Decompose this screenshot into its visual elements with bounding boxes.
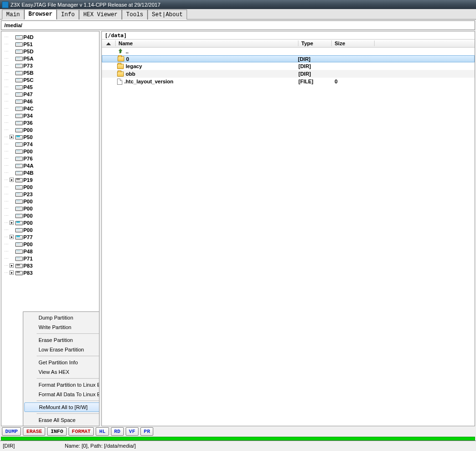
drive-icon bbox=[15, 227, 22, 232]
vf-button[interactable]: VF bbox=[126, 427, 139, 436]
menu-item[interactable]: Get Partition Info bbox=[24, 358, 99, 367]
tree-item[interactable]: ⋯P5B bbox=[1, 69, 99, 76]
expand-icon[interactable]: ▸ bbox=[10, 263, 14, 268]
menu-item[interactable]: Low Level Erase All Space bbox=[24, 425, 99, 426]
tree-item[interactable]: ⋯P00 bbox=[1, 198, 99, 205]
erase-button[interactable]: ERASE bbox=[23, 427, 45, 436]
tree-item[interactable]: ⋯P00 bbox=[1, 212, 99, 219]
file-name: obb bbox=[126, 71, 135, 77]
expand-icon[interactable]: ▸ bbox=[10, 271, 14, 275]
tree-label: P34 bbox=[23, 113, 33, 119]
drive-icon bbox=[15, 177, 22, 182]
drive-icon bbox=[15, 141, 22, 147]
tree-item[interactable]: ⋯▸P83 bbox=[1, 269, 99, 276]
tree-item[interactable]: ⋯▸P83 bbox=[1, 262, 99, 269]
expand-icon[interactable]: ▸ bbox=[10, 235, 14, 239]
drive-icon bbox=[15, 84, 22, 90]
menu-item[interactable]: ReMount All to [R/W] bbox=[24, 402, 99, 412]
tree-item[interactable]: ⋯▸P00 bbox=[1, 219, 99, 226]
drive-icon bbox=[15, 106, 22, 111]
tree-item[interactable]: ⋯P74 bbox=[1, 140, 99, 148]
list-row[interactable]: 0[DIR] bbox=[102, 55, 475, 62]
list-row[interactable]: .htc_layout_version[FILE]0 bbox=[102, 78, 475, 85]
tree-item[interactable]: ⋯▸P77 bbox=[1, 233, 99, 241]
menu-item[interactable]: Write Partition bbox=[24, 322, 99, 332]
tab-hex-viewer[interactable]: HEX Viewer bbox=[79, 10, 122, 20]
tree-item[interactable]: ⋯P4B bbox=[1, 169, 99, 176]
list-row[interactable]: .. bbox=[102, 48, 475, 55]
tree-item[interactable]: ⋯P5C bbox=[1, 76, 99, 83]
hl-button[interactable]: HL bbox=[96, 427, 109, 436]
rd-button[interactable]: RD bbox=[111, 427, 124, 436]
menu-item[interactable]: Low Erase Partition bbox=[24, 345, 99, 354]
tree-item[interactable]: ⋯P71 bbox=[1, 255, 99, 262]
tree-item[interactable]: ⋯P36 bbox=[1, 119, 99, 126]
menu-item[interactable]: View As HEX bbox=[24, 367, 99, 377]
sort-asc-icon[interactable] bbox=[106, 42, 111, 45]
dump-button[interactable]: DUMP bbox=[2, 427, 21, 436]
tree-item[interactable]: ⋯P00 bbox=[1, 148, 99, 155]
tree-item[interactable]: ⋯P00 bbox=[1, 205, 99, 212]
file-name: 0 bbox=[126, 56, 129, 62]
path-bar[interactable]: /media/ bbox=[1, 20, 475, 30]
tree-item[interactable]: ⋯P4D bbox=[1, 33, 99, 40]
tree-item[interactable]: ⋯P45 bbox=[1, 83, 99, 90]
menu-item[interactable]: Format All Data To Linux EXT bbox=[24, 390, 99, 399]
tree-item[interactable]: ⋯P5D bbox=[1, 48, 99, 55]
tab-set-about[interactable]: Set|About bbox=[148, 10, 187, 20]
progress-bar bbox=[1, 437, 475, 441]
expand-icon[interactable]: ▸ bbox=[10, 220, 14, 225]
current-directory: [/data] bbox=[102, 31, 475, 39]
tree-label: P00 bbox=[23, 199, 33, 204]
pr-button[interactable]: PR bbox=[140, 427, 153, 436]
col-type[interactable]: Type bbox=[298, 40, 332, 46]
list-row[interactable]: legacy[DIR] bbox=[102, 62, 475, 70]
tree-item[interactable]: ⋯P4A bbox=[1, 162, 99, 169]
info-button[interactable]: INFO bbox=[47, 427, 66, 436]
file-list[interactable]: ..0[DIR]legacy[DIR]obb[DIR].htc_layout_v… bbox=[102, 48, 475, 85]
menu-item[interactable]: Dump Partition bbox=[24, 313, 99, 322]
tree-item[interactable]: ⋯P34 bbox=[1, 112, 99, 119]
expand-icon[interactable]: ▸ bbox=[10, 135, 14, 139]
tab-main[interactable]: Main bbox=[2, 10, 24, 20]
col-size[interactable]: Size bbox=[332, 40, 375, 46]
tree-label: P73 bbox=[23, 63, 33, 69]
tree-item[interactable]: ⋯▸P19 bbox=[1, 176, 99, 183]
menu-item[interactable]: Erase Partition bbox=[24, 335, 99, 345]
tree-item[interactable]: ⋯P48 bbox=[1, 248, 99, 255]
col-name[interactable]: Name bbox=[115, 40, 298, 46]
tree-item[interactable]: ⋯P73 bbox=[1, 62, 99, 69]
tree-item[interactable]: ⋯P23 bbox=[1, 190, 99, 198]
menu-item[interactable]: Erase All Space bbox=[24, 415, 99, 425]
tree-label: P83 bbox=[23, 263, 33, 269]
tree-item[interactable]: ⋯P51 bbox=[1, 40, 99, 48]
tree-item[interactable]: ⋯▸P50 bbox=[1, 133, 99, 140]
tree-item[interactable]: ⋯P5A bbox=[1, 55, 99, 62]
tab-info[interactable]: Info bbox=[57, 10, 79, 20]
list-row[interactable]: obb[DIR] bbox=[102, 70, 475, 78]
tab-browser[interactable]: Browser bbox=[24, 9, 57, 20]
drive-icon bbox=[15, 149, 22, 154]
tree-item[interactable]: ⋯P00 bbox=[1, 126, 99, 133]
tree-item[interactable]: ⋯P4C bbox=[1, 105, 99, 112]
menu-item[interactable]: Format Partition to Linux EXT bbox=[24, 380, 99, 390]
tree-label: P77 bbox=[23, 234, 33, 240]
tree-item[interactable]: ⋯P46 bbox=[1, 98, 99, 105]
tree-label: P4D bbox=[23, 34, 33, 40]
context-menu[interactable]: Dump PartitionWrite PartitionErase Parti… bbox=[23, 311, 99, 426]
format-button[interactable]: FORMAT bbox=[69, 427, 94, 436]
drive-icon bbox=[15, 70, 22, 75]
tree-item[interactable]: ⋯P47 bbox=[1, 90, 99, 98]
tree-item[interactable]: ⋯P00 bbox=[1, 241, 99, 248]
tree-item[interactable]: ⋯P76 bbox=[1, 155, 99, 162]
tree-item[interactable]: ⋯P00 bbox=[1, 226, 99, 233]
tab-tools[interactable]: Tools bbox=[122, 10, 148, 20]
tree-label: P4A bbox=[23, 163, 33, 169]
column-headers[interactable]: Name Type Size bbox=[102, 39, 475, 48]
tab-strip: MainBrowserInfoHEX ViewerToolsSet|About bbox=[0, 9, 476, 20]
tree-label: P83 bbox=[23, 270, 33, 276]
partition-tree[interactable]: ⋯P4D⋯P51⋯P5D⋯P5A⋯P73⋯P5B⋯P5C⋯P45⋯P47⋯P46… bbox=[1, 31, 99, 426]
expand-icon[interactable]: ▸ bbox=[10, 178, 14, 182]
drive-icon bbox=[15, 41, 22, 47]
tree-item[interactable]: ⋯P00 bbox=[1, 183, 99, 190]
